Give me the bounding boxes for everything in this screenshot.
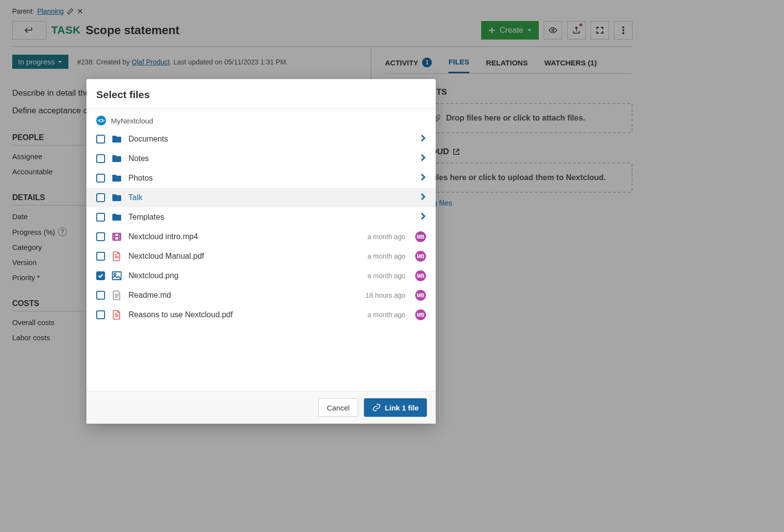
folder-icon [112,193,122,203]
chevron-right-icon[interactable] [420,212,426,223]
avatar: MB [415,270,426,281]
file-name: Documents [128,135,413,143]
file-row[interactable]: Nextcloud.pnga month agoMB [86,266,436,286]
file-time: a month ago [367,311,405,319]
avatar: MB [415,231,426,242]
avatar: MB [415,251,426,262]
checkbox[interactable] [96,213,105,222]
nextcloud-icon [96,116,106,125]
folder-icon [112,212,122,222]
modal-title: Select files [96,89,426,101]
avatar: MB [415,290,426,301]
file-time: a month ago [367,252,405,260]
breadcrumb-label: MyNextcloud [111,117,153,125]
checkbox[interactable] [96,174,105,183]
file-name: Templates [128,213,413,222]
file-row[interactable]: Notes [86,149,436,168]
chevron-right-icon[interactable] [420,192,426,203]
file-row[interactable]: Talk [86,188,436,207]
folder-icon [112,173,122,183]
checkbox[interactable] [96,310,105,319]
avatar: MB [415,309,426,320]
pdf-icon [112,310,122,320]
svg-rect-8 [112,272,121,280]
text-icon [112,290,122,300]
checkbox[interactable] [96,232,105,241]
file-name: Readme.md [128,291,359,300]
file-row[interactable]: Reasons to use Nextcloud.pdfa month agoM… [86,305,436,325]
checkbox[interactable] [96,252,105,261]
file-row[interactable]: Templates [86,207,436,227]
svg-point-9 [114,273,116,275]
checkbox[interactable] [96,135,105,143]
folder-icon [112,154,122,164]
image-icon [112,271,122,281]
folder-icon [112,134,122,144]
svg-point-4 [100,119,103,122]
link-file-button[interactable]: Link 1 file [364,398,427,417]
select-files-modal: Select files MyNextcloud DocumentsNotesP… [86,79,436,424]
breadcrumb[interactable]: MyNextcloud [86,109,436,129]
file-row[interactable]: Photos [86,168,436,188]
chevron-right-icon[interactable] [420,173,426,184]
file-row[interactable]: Readme.md18 hours agoMB [86,286,436,305]
chevron-right-icon[interactable] [420,134,426,144]
file-time: a month ago [367,233,405,241]
file-name: Talk [128,193,413,202]
file-time: a month ago [367,272,405,280]
pdf-icon [112,251,122,261]
file-list: DocumentsNotesPhotosTalkTemplatesNextclo… [86,129,436,391]
file-row[interactable]: Nextcloud intro.mp4a month agoMB [86,227,436,246]
file-name: Nextcloud intro.mp4 [128,232,360,241]
svg-point-6 [103,120,105,122]
file-name: Photos [128,174,413,183]
checkbox[interactable] [96,271,105,280]
checkbox[interactable] [96,291,105,300]
file-row[interactable]: Nextcloud Manual.pdfa month agoMB [86,246,436,266]
file-time: 18 hours ago [365,291,405,299]
file-name: Nextcloud Manual.pdf [128,252,360,261]
file-name: Nextcloud.png [128,271,360,280]
file-row[interactable]: Documents [86,129,436,149]
chevron-right-icon[interactable] [420,153,426,164]
svg-point-5 [98,120,100,122]
file-name: Reasons to use Nextcloud.pdf [128,310,360,319]
checkbox[interactable] [96,154,105,163]
link-file-button-label: Link 1 file [385,404,419,412]
video-icon [112,232,122,242]
checkbox[interactable] [96,193,105,202]
cancel-button[interactable]: Cancel [318,398,358,417]
file-name: Notes [128,154,413,163]
